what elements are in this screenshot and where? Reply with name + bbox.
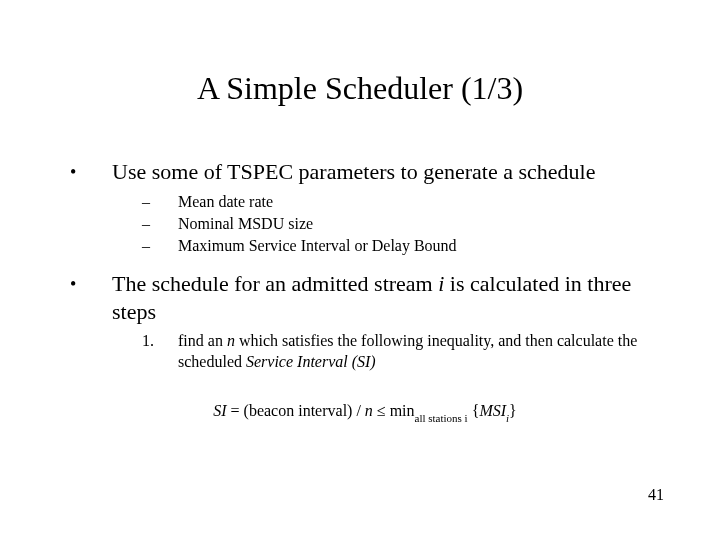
subitem: – Maximum Service Interval or Delay Boun…: [142, 236, 660, 256]
formula-msi: MSI: [479, 402, 506, 419]
numitem-marker: 1.: [142, 331, 178, 373]
bullet-1: • Use some of TSPEC parameters to genera…: [70, 158, 660, 186]
formula-subscript: all stations i: [415, 412, 468, 424]
formula-brace-open: {: [468, 402, 480, 419]
subitem: – Nominal MSDU size: [142, 214, 660, 234]
formula-le-min: ≤ min: [373, 402, 415, 419]
page-number: 41: [648, 486, 664, 504]
formula-area: SI = (beacon interval) / n ≤ minall stat…: [70, 395, 660, 424]
slide: A Simple Scheduler (1/3) • Use some of T…: [0, 0, 720, 540]
dash-icon: –: [142, 214, 178, 234]
text-fragment: find an: [178, 332, 227, 349]
bullet-dot-icon: •: [70, 270, 112, 325]
subitem-text: Nominal MSDU size: [178, 214, 660, 234]
slide-body: • Use some of TSPEC parameters to genera…: [70, 158, 660, 424]
bullet-dot-icon: •: [70, 158, 112, 186]
bullet-1-sublist: – Mean date rate – Nominal MSDU size – M…: [142, 192, 660, 256]
slide-title: A Simple Scheduler (1/3): [0, 70, 720, 107]
bullet-2-numlist: 1. find an n which satisfies the followi…: [142, 331, 660, 373]
formula: SI = (beacon interval) / n ≤ minall stat…: [213, 401, 517, 424]
bullet-1-text: Use some of TSPEC parameters to generate…: [112, 158, 660, 186]
text-fragment: The schedule for an admitted stream: [112, 271, 438, 296]
dash-icon: –: [142, 192, 178, 212]
bullet-2: • The schedule for an admitted stream i …: [70, 270, 660, 325]
dash-icon: –: [142, 236, 178, 256]
subitem-text: Mean date rate: [178, 192, 660, 212]
subitem-text: Maximum Service Interval or Delay Bound: [178, 236, 660, 256]
formula-brace-close: }: [509, 402, 517, 419]
formula-n: n: [365, 402, 373, 419]
numitem: 1. find an n which satisfies the followi…: [142, 331, 660, 373]
formula-msi-sub: i: [506, 412, 509, 424]
numitem-text: find an n which satisfies the following …: [178, 331, 660, 373]
italic-n: n: [227, 332, 235, 349]
formula-si: SI: [213, 402, 226, 419]
subitem: – Mean date rate: [142, 192, 660, 212]
bullet-2-text: The schedule for an admitted stream i is…: [112, 270, 660, 325]
formula-eq: = (beacon interval) /: [227, 402, 365, 419]
italic-service-interval: Service Interval (SI): [246, 353, 376, 370]
